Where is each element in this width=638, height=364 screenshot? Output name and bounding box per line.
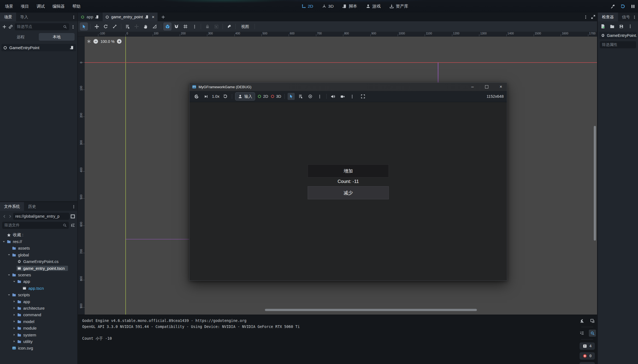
tree-arrow-closed-icon[interactable] (12, 340, 16, 343)
tab-场景[interactable]: 场景 (0, 13, 16, 21)
snap-options-button[interactable] (190, 22, 199, 31)
clear-output-button[interactable] (578, 317, 586, 324)
tree-arrow-closed-icon[interactable] (12, 307, 16, 309)
file-tree-item[interactable]: command (0, 312, 77, 318)
tab-检查器[interactable]: 检查器 (598, 13, 618, 21)
tab-list-menu-icon[interactable] (584, 15, 588, 19)
dock-menu-button[interactable] (72, 204, 76, 209)
ruler-tool-button[interactable] (150, 22, 159, 31)
file-tree-item[interactable]: architecture (0, 305, 77, 311)
dock-menu-button[interactable] (633, 14, 636, 19)
file-tree-item[interactable]: app (0, 298, 77, 305)
close-button[interactable]: × (495, 83, 507, 91)
decrease-button[interactable]: 减少 (308, 186, 389, 199)
skeleton-options-button[interactable] (225, 22, 233, 31)
file-tree-item[interactable]: app (0, 278, 77, 285)
filter-files-input[interactable]: 筛选文件 (2, 222, 69, 229)
errors-count-badge[interactable]: 0 (580, 352, 595, 360)
snap-toggle-button[interactable] (163, 22, 172, 31)
tree-arrow-open-icon[interactable] (2, 240, 6, 243)
lock-selected-button[interactable] (203, 22, 211, 31)
file-tree-item[interactable]: res:// (0, 238, 77, 245)
menu-item[interactable]: 调试 (33, 0, 49, 13)
scene-tab-app[interactable]: app (78, 13, 102, 21)
mute-audio-button[interactable] (330, 93, 337, 100)
camera-override-button[interactable] (339, 93, 346, 100)
tree-arrow-closed-icon[interactable] (12, 333, 16, 336)
game-list-select-button[interactable] (297, 93, 304, 100)
tab-历史[interactable]: 历史 (24, 202, 40, 211)
build-button[interactable] (610, 4, 615, 9)
menu-item[interactable]: 编辑器 (49, 0, 69, 13)
tree-arrow-closed-icon[interactable] (12, 320, 16, 323)
search-output-button[interactable] (589, 330, 596, 337)
next-frame-button[interactable] (202, 93, 209, 100)
embed-fullscreen-button[interactable] (359, 93, 367, 100)
input-mode-button[interactable]: 输入 (235, 92, 255, 100)
canvas-vertical-scrollbar[interactable] (594, 126, 596, 241)
scene-tree-menu-button[interactable] (71, 25, 75, 29)
pick-node-button[interactable] (307, 93, 314, 100)
rotate-tool-button[interactable] (102, 22, 110, 31)
filter-nodes-input[interactable]: 筛选节点 (15, 23, 69, 30)
messages-count-badge[interactable]: 4 (580, 342, 595, 350)
mode-2d-button[interactable]: 2D (258, 94, 268, 99)
filter-properties-input[interactable]: 筛选属性 (600, 41, 636, 48)
file-tree-item[interactable]: model (0, 318, 77, 325)
file-tree-item[interactable]: assets (0, 245, 77, 251)
add-node-button[interactable] (2, 25, 7, 29)
tree-arrow-open-icon[interactable] (7, 294, 11, 296)
tab-信号[interactable]: 信号 (618, 13, 634, 21)
pan-tool-button[interactable] (141, 22, 150, 31)
selection-options-button[interactable] (316, 93, 323, 100)
file-tree-item[interactable]: utility (0, 338, 77, 345)
tree-arrow-closed-icon[interactable] (12, 313, 16, 316)
workspace-3d[interactable]: 3D (319, 0, 337, 13)
file-tree-item[interactable]: scenes (0, 271, 77, 278)
speed-multiplier-button[interactable]: 1.0x (212, 94, 219, 99)
tree-arrow-closed-icon[interactable] (12, 300, 16, 303)
suspend-button[interactable] (193, 93, 200, 100)
minimize-button[interactable]: – (466, 83, 478, 91)
file-tree-item[interactable]: 收藏 : (0, 232, 77, 238)
select-tool-button[interactable] (80, 22, 88, 31)
scene-tab-game_entry_point[interactable]: game_entry_point✕ (102, 13, 158, 21)
new-resource-icon[interactable] (601, 24, 605, 29)
file-tree-item[interactable]: scripts (0, 292, 77, 298)
workspace-脚本[interactable]: 脚本 (339, 0, 361, 13)
nav-forward-button[interactable] (8, 215, 12, 218)
load-resource-folder-icon[interactable] (610, 24, 615, 29)
restart-project-button[interactable] (621, 4, 625, 9)
snap-asterisk-icon[interactable] (87, 39, 91, 43)
workspace-资产库[interactable]: 资产库 (386, 0, 412, 13)
nav-back-button[interactable] (2, 215, 7, 218)
mode-3d-button[interactable]: 3D (271, 94, 281, 99)
toggle-split-mode-button[interactable] (70, 214, 75, 219)
grid-snap-button[interactable] (181, 22, 190, 31)
close-tab-button[interactable]: ✕ (152, 15, 155, 19)
camera-options-button[interactable] (349, 93, 356, 100)
restart-game-button[interactable] (222, 93, 229, 100)
view-menu-button[interactable]: 视图 (238, 24, 252, 29)
menu-item[interactable]: 帮助 (69, 0, 84, 13)
scene-tree-root-node[interactable]: GameEntryPoint (1, 44, 76, 51)
copy-output-button[interactable] (589, 317, 596, 324)
maximize-button[interactable] (481, 83, 493, 91)
edited-object-row[interactable]: GameEntryPoint.cs (599, 32, 637, 39)
instance-scene-button[interactable] (8, 25, 13, 29)
tree-arrow-open-icon[interactable] (7, 253, 11, 256)
pause-project-button[interactable] (631, 4, 635, 9)
workspace-2d[interactable]: 2D (298, 0, 317, 13)
file-tree-item[interactable]: app.tscn (0, 285, 77, 291)
game-select-tool-button[interactable] (288, 93, 295, 100)
file-tree-item[interactable]: GameEntryPoint.cs (0, 258, 77, 265)
menu-dots-icon[interactable] (628, 24, 632, 28)
zoom-percent-label[interactable]: 100.0 % (101, 39, 114, 44)
current-path-field[interactable]: res://global/game_entry_p (13, 213, 69, 220)
new-scene-tab-button[interactable] (158, 13, 169, 21)
distraction-free-icon[interactable] (591, 15, 595, 19)
warnings-count-badge[interactable]: 0 (580, 362, 595, 364)
canvas-horizontal-scrollbar[interactable] (265, 309, 477, 311)
dock-menu-button[interactable] (72, 14, 76, 19)
tab-导入[interactable]: 导入 (16, 13, 32, 21)
